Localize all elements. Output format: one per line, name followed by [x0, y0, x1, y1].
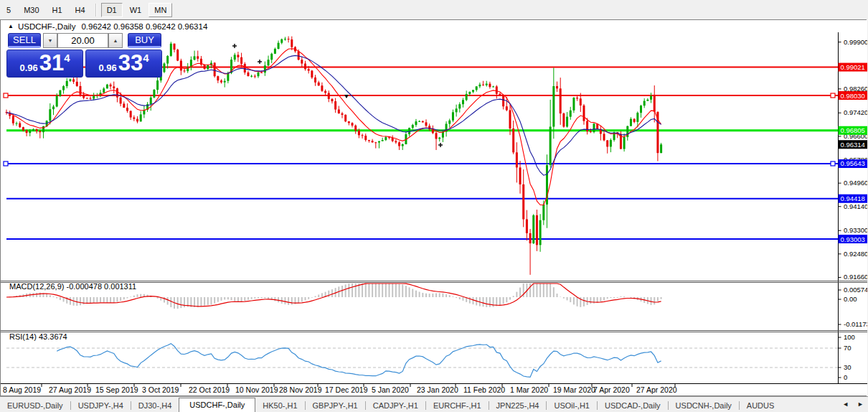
- price-tick-label: 0.91660: [844, 273, 867, 281]
- timeframe-toolbar: 5M30H1H4D1W1MN: [0, 0, 868, 19]
- hline-handle[interactable]: [831, 161, 835, 166]
- tab-scroll-right-icon[interactable]: ►: [856, 399, 865, 409]
- price-badge-0.96805: 0.96805: [839, 126, 868, 135]
- date-label: 8 Aug 2019: [3, 385, 41, 394]
- svg-text:0.99021: 0.99021: [841, 63, 865, 71]
- buy-price-sup: 4: [143, 52, 148, 64]
- date-label: 10 Nov 2019: [235, 385, 278, 394]
- price-tick-label: 0.99900: [844, 38, 867, 46]
- spinner-down-icon: ▼: [48, 38, 53, 43]
- chart-tab-gbpjpy-h1[interactable]: GBPJPY-,H1: [306, 399, 365, 412]
- chart-window: 0.999000.982600.974200.966000.957800.949…: [0, 19, 867, 396]
- date-label: 3 Oct 2019: [142, 385, 179, 394]
- hline-handle[interactable]: [831, 93, 835, 98]
- chart-title-bar: ▲ USDCHF-,Daily 0.96242 0.96358 0.96242 …: [1, 20, 866, 32]
- volume-decrease-button[interactable]: ▼: [43, 33, 57, 48]
- date-label: 27 Aug 2019: [49, 385, 91, 394]
- chart-tab-usdjpy-h4[interactable]: USDJPY-,H4: [71, 399, 131, 412]
- sell-price-sup: 4: [64, 52, 70, 64]
- price-badge-0.95643: 0.95643: [839, 159, 868, 168]
- svg-text:0.98030: 0.98030: [841, 92, 865, 100]
- chart-tab-usdcnh-daily[interactable]: USDCNH-,Daily: [669, 399, 739, 412]
- date-label: 23 Jan 2020: [417, 385, 458, 394]
- chart-tab-usdchf-daily[interactable]: USDCHF-,Daily: [179, 398, 255, 412]
- date-label: 17 Dec 2019: [325, 385, 368, 394]
- price-tick-label: 0.92480: [844, 250, 867, 258]
- chart-tab-usdcad-daily[interactable]: USDCAD-,Daily: [598, 399, 668, 412]
- sell-price-button[interactable]: 0.96 31 4: [6, 50, 83, 78]
- volume-input[interactable]: 20.00: [57, 33, 108, 48]
- date-label: 5 Jan 2020: [372, 385, 409, 394]
- chart-tab-audus[interactable]: AUDUS: [740, 399, 782, 412]
- one-click-trading-panel: SELL ▼ 20.00 ▲ BUY 0.96 31 4 0.96 33 4: [6, 33, 163, 78]
- timeframe-button-h1[interactable]: H1: [47, 3, 68, 17]
- price-tick-label: 0.93300: [844, 226, 867, 234]
- svg-text:0.96314: 0.96314: [841, 141, 865, 149]
- price-tick-label: 0.94960: [844, 179, 867, 187]
- timeframe-button-h4[interactable]: H4: [70, 3, 91, 17]
- svg-text:0.94418: 0.94418: [841, 195, 865, 202]
- hline-handle[interactable]: [4, 93, 8, 98]
- macd-axis-label: -0.011738: [844, 320, 867, 328]
- price-tick-label: 0.94140: [844, 202, 867, 210]
- spinner-up-icon: ▲: [113, 38, 118, 43]
- rsi-axis-label: 100: [844, 333, 855, 341]
- chart-tab-dj30-h4[interactable]: DJ30-,H4: [131, 399, 179, 412]
- date-label: 22 Oct 2019: [189, 385, 230, 394]
- buy-price-base: 0.96: [98, 62, 116, 73]
- date-label: 15 Sep 2019: [95, 385, 138, 394]
- svg-text:0.96805: 0.96805: [841, 126, 865, 134]
- tab-scroll-buttons: ◄ ►: [841, 399, 865, 409]
- timeframe-button-5[interactable]: 5: [1, 3, 16, 17]
- toolbar-separator: [95, 4, 97, 17]
- chart-tab-eurusd-daily[interactable]: EURUSD-,Daily: [0, 399, 70, 412]
- tab-scroll-left-icon[interactable]: ◄: [841, 399, 850, 409]
- rsi-axis-label: 30: [844, 363, 852, 371]
- timeframe-button-d1[interactable]: D1: [101, 3, 123, 17]
- date-label: 19 Mar 2020: [553, 385, 595, 394]
- date-label: 27 Apr 2020: [636, 385, 677, 394]
- macd-title: MACD(12,26,9) -0.000478 0.001311: [9, 282, 136, 291]
- date-label: 11 Feb 2020: [463, 385, 505, 394]
- buy-price-button[interactable]: 0.96 33 4: [85, 50, 162, 78]
- svg-text:0.93003: 0.93003: [841, 235, 865, 243]
- price-badge-0.94418: 0.94418: [839, 195, 868, 203]
- chart-tab-eurchf-h1[interactable]: EURCHF-,H1: [426, 399, 489, 412]
- price-badge-0.99021: 0.99021: [839, 63, 868, 72]
- date-label: 7 Apr 2020: [593, 385, 630, 394]
- price-tick-label: 0.97420: [844, 108, 867, 116]
- timeframe-button-m30[interactable]: M30: [18, 3, 44, 17]
- collapse-panel-icon[interactable]: ▲: [8, 23, 14, 29]
- mt4-terminal: 5M30H1H4D1W1MN 0.999000.982600.974200.96…: [0, 0, 868, 412]
- svg-text:0.95643: 0.95643: [841, 159, 865, 167]
- chart-ohlc-values: 0.96242 0.96358 0.96242 0.96314: [81, 22, 207, 31]
- chart-tab-cadjpy-h1[interactable]: CADJPY-,H1: [366, 399, 425, 412]
- rsi-axis-label: 70: [844, 344, 852, 352]
- timeframe-button-w1[interactable]: W1: [124, 3, 148, 17]
- chart-tab-bar: EURUSD-,DailyUSDJPY-,H4DJ30-,H4USDCHF-,D…: [0, 396, 868, 412]
- chart-tab-usoil-h1[interactable]: USOil-,H1: [547, 399, 597, 412]
- rsi-axis-label: 0: [844, 373, 847, 381]
- price-badge-0.98030: 0.98030: [839, 91, 868, 100]
- date-label: 1 Mar 2020: [510, 385, 548, 394]
- volume-increase-button[interactable]: ▲: [108, 33, 123, 48]
- rsi-title: RSI(14) 43.3674: [9, 332, 67, 341]
- chart-tab-jpn225-h4[interactable]: JPN225-,H4: [489, 399, 547, 412]
- macd-axis-label: 0.005744: [844, 286, 867, 294]
- sell-button[interactable]: SELL: [8, 33, 41, 48]
- chart-symbol-title: USDCHF-,Daily: [18, 22, 76, 31]
- sell-price-base: 0.96: [19, 62, 37, 73]
- current-price-badge: 0.96314: [839, 140, 868, 149]
- macd-axis-label: 0.00: [844, 295, 857, 303]
- date-label: 28 Nov 2019: [279, 385, 322, 394]
- timeframe-button-mn[interactable]: MN: [148, 3, 172, 17]
- buy-price-big: 33: [118, 50, 143, 76]
- sell-price-big: 31: [39, 50, 64, 76]
- price-badge-0.93003: 0.93003: [839, 235, 868, 243]
- chart-tab-hk50-h1[interactable]: HK50-,H1: [255, 399, 304, 412]
- buy-button[interactable]: BUY: [128, 33, 161, 48]
- hline-handle[interactable]: [4, 161, 8, 166]
